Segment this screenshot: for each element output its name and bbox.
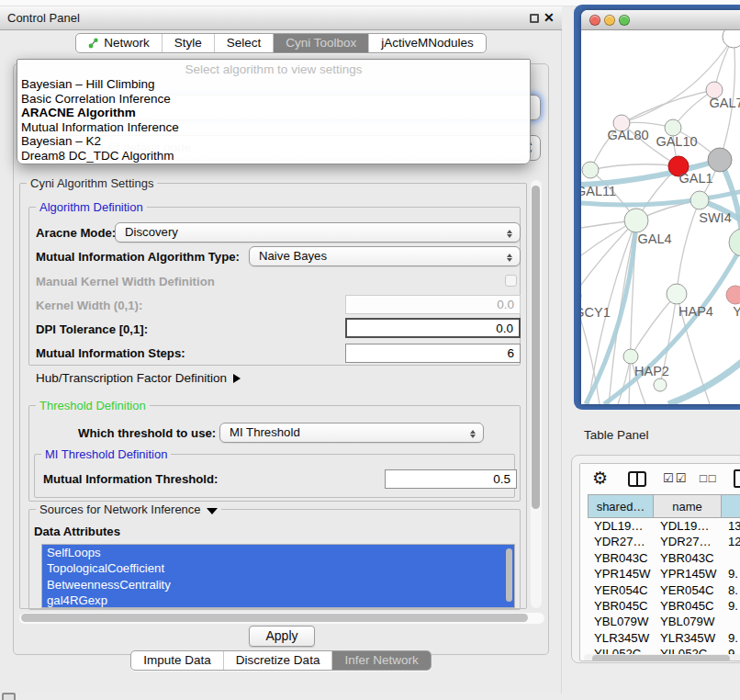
column-header-a[interactable]: A bbox=[722, 494, 740, 518]
data-attributes-list[interactable]: SelfLoopsTopologicalCoefficientBetweenne… bbox=[41, 544, 515, 608]
network-node-hap2[interactable] bbox=[623, 349, 638, 364]
network-graph: GAL7GAL80GAL10GAL1GAL11SWI4GAL4GCY1HAP4Y… bbox=[581, 30, 740, 404]
hub-definition-toggle[interactable]: Hub/Transcription Factor Definition bbox=[36, 371, 241, 385]
table-cell: YDR27… bbox=[654, 534, 722, 549]
attribute-gal4rgexp[interactable]: gal4RGexp bbox=[42, 593, 514, 608]
column-header-shared[interactable]: shared… bbox=[588, 494, 654, 518]
minimize-traffic-light[interactable] bbox=[604, 15, 615, 26]
data-attributes-items: SelfLoopsTopologicalCoefficientBetweenne… bbox=[42, 545, 514, 608]
vertical-scrollbar-thumb[interactable] bbox=[532, 186, 540, 509]
split-columns-icon[interactable] bbox=[628, 471, 646, 487]
settings-gear-icon[interactable]: ⚙ bbox=[592, 469, 608, 489]
network-edge[interactable] bbox=[590, 164, 678, 170]
horizontal-scrollbar-thumb[interactable] bbox=[21, 614, 528, 622]
table-hscrollbar-thumb[interactable] bbox=[592, 655, 730, 662]
network-canvas[interactable]: GAL7GAL80GAL10GAL1GAL11SWI4GAL4GCY1HAP4Y… bbox=[581, 30, 740, 404]
network-edge[interactable] bbox=[677, 200, 700, 294]
close-traffic-light[interactable] bbox=[589, 15, 600, 26]
network-icon bbox=[88, 38, 99, 49]
close-icon[interactable]: ✕ bbox=[544, 10, 555, 25]
algorithm-option-aracne-algorithm[interactable]: ARACNE Algorithm bbox=[17, 106, 530, 120]
tab-cyni-toolbox[interactable]: Cyni Toolbox bbox=[273, 34, 368, 52]
deselect-checkboxes-icon[interactable]: □□ bbox=[700, 471, 718, 485]
mi-steps-field[interactable]: 6 bbox=[345, 344, 521, 363]
table-row[interactable]: YDR27…YDR27…12 bbox=[588, 534, 740, 549]
threshold-definition-title: Threshold Definition bbox=[36, 399, 150, 412]
network-node-gal11[interactable] bbox=[582, 162, 599, 178]
apply-button[interactable]: Apply bbox=[249, 626, 315, 647]
network-node-top-partial[interactable] bbox=[723, 30, 740, 48]
mi-type-label: Mutual Information Algorithm Type: bbox=[36, 250, 240, 264]
mi-type-combo[interactable]: Naive Bayes bbox=[249, 246, 521, 266]
horizontal-scrollbar[interactable] bbox=[19, 613, 544, 624]
top-tab-segments: NetworkStyleSelectCyni ToolboxjActiveMNo… bbox=[75, 33, 487, 53]
manual-kernel-checkbox[interactable] bbox=[505, 275, 517, 287]
algorithm-option-bayesian-k2[interactable]: Bayesian – K2 bbox=[17, 134, 530, 149]
sources-title: Sources for Network Inference bbox=[39, 502, 201, 516]
screenshot-stage: Control Panel ✕ NetworkStyleSelectCyni T… bbox=[0, 0, 740, 700]
tab-discretize-data[interactable]: Discretize Data bbox=[223, 651, 332, 670]
minimized-panel-icon[interactable] bbox=[2, 693, 16, 700]
table-cell: YBR045C bbox=[588, 598, 654, 614]
table-cell: YLR345W bbox=[588, 630, 654, 646]
tab-network[interactable]: Network bbox=[76, 34, 162, 52]
table-cell: YER054C bbox=[588, 582, 654, 598]
tab-style[interactable]: Style bbox=[162, 34, 214, 52]
table-panel-title: Table Panel bbox=[584, 428, 649, 442]
table-row[interactable]: YBR043CYBR043C bbox=[588, 550, 740, 566]
algorithm-option-basic-correlation-inference[interactable]: Basic Correlation Inference bbox=[17, 92, 530, 107]
column-header-name[interactable]: name bbox=[654, 494, 722, 518]
tab-impute-data[interactable]: Impute Data bbox=[131, 651, 223, 670]
kernel-width-field[interactable]: 0.0 bbox=[345, 295, 521, 314]
zoom-traffic-light[interactable] bbox=[619, 15, 630, 26]
network-node-right-edge[interactable] bbox=[729, 229, 740, 256]
table-row[interactable]: YPR145WYPR145W9. bbox=[588, 566, 740, 581]
page-icon[interactable] bbox=[734, 469, 740, 488]
top-tab-bar: NetworkStyleSelectCyni ToolboxjActiveMNo… bbox=[0, 33, 562, 53]
algorithm-option-bayesian-hill-climbing[interactable]: Bayesian – Hill Climbing bbox=[17, 77, 530, 92]
network-node-gal4[interactable] bbox=[624, 209, 648, 232]
tab-select[interactable]: Select bbox=[214, 34, 274, 52]
aracne-mode-combo[interactable]: Discovery bbox=[115, 222, 521, 243]
network-view-titlebar bbox=[581, 10, 740, 30]
which-threshold-combo[interactable]: MI Threshold bbox=[219, 423, 484, 443]
attribute-topologicalcoefficient[interactable]: TopologicalCoefficient bbox=[42, 560, 514, 576]
table-cell: YDR27… bbox=[588, 534, 654, 549]
attribute-betweennesscentrality[interactable]: BetweennessCentrality bbox=[42, 577, 514, 593]
which-threshold-value: MI Threshold bbox=[230, 425, 300, 439]
node-label-gcy1: GCY1 bbox=[581, 305, 611, 320]
table-row[interactable]: YDL19…YDL19…13 bbox=[588, 518, 740, 534]
table-row[interactable]: YER054CYER054C8. bbox=[588, 582, 740, 598]
list-vertical-scrollbar[interactable] bbox=[506, 548, 512, 602]
algorithm-option-dream8-dc-tdc-algorithm[interactable]: Dream8 DC_TDC Algorithm bbox=[17, 149, 530, 164]
table-horizontal-scrollbar[interactable] bbox=[584, 654, 740, 661]
data-attributes-label: Data Attributes bbox=[34, 525, 120, 538]
table-row[interactable]: YBL079WYBL079W bbox=[588, 614, 740, 629]
table-row[interactable]: YIL052CYIL052C9 bbox=[588, 646, 740, 654]
algorithm-option-mutual-information-inference[interactable]: Mutual Information Inference bbox=[17, 120, 530, 135]
network-node-swi4[interactable] bbox=[690, 191, 709, 209]
table-row[interactable]: YBR045CYBR045C9. bbox=[588, 598, 740, 614]
hub-definition-label: Hub/Transcription Factor Definition bbox=[36, 371, 227, 385]
network-node-hap4[interactable] bbox=[667, 284, 687, 304]
network-node-gray-hub[interactable] bbox=[708, 148, 732, 172]
combo-arrows-icon bbox=[470, 423, 476, 444]
network-node-bottom-small[interactable] bbox=[654, 378, 667, 391]
tab-jactivemnodules[interactable]: jActiveMNodules bbox=[368, 34, 486, 52]
tab-infer-network[interactable]: Infer Network bbox=[331, 651, 430, 670]
float-window-icon[interactable] bbox=[530, 14, 539, 23]
algorithm-dropdown-popup: Select algorithm to view settings Bayesi… bbox=[17, 59, 531, 164]
table-cell bbox=[722, 550, 740, 566]
node-label-hap4: HAP4 bbox=[678, 304, 713, 319]
vertical-scrollbar[interactable] bbox=[531, 180, 542, 608]
network-node-salmon[interactable] bbox=[726, 286, 740, 304]
dpi-tolerance-field[interactable]: 0.0 bbox=[345, 318, 521, 338]
table-cell: 12 bbox=[722, 534, 740, 549]
mi-threshold-field[interactable]: 0.5 bbox=[385, 469, 517, 489]
aracne-mode-value: Discovery bbox=[125, 225, 178, 239]
select-all-checkboxes-icon[interactable]: ☑☑ bbox=[663, 471, 688, 485]
attribute-selfloops[interactable]: SelfLoops bbox=[42, 545, 514, 560]
table-row[interactable]: YLR345WYLR345W9. bbox=[588, 630, 740, 646]
network-edge-thick[interactable] bbox=[668, 361, 740, 404]
sources-toggle[interactable]: Sources for Network Inference bbox=[36, 502, 221, 516]
